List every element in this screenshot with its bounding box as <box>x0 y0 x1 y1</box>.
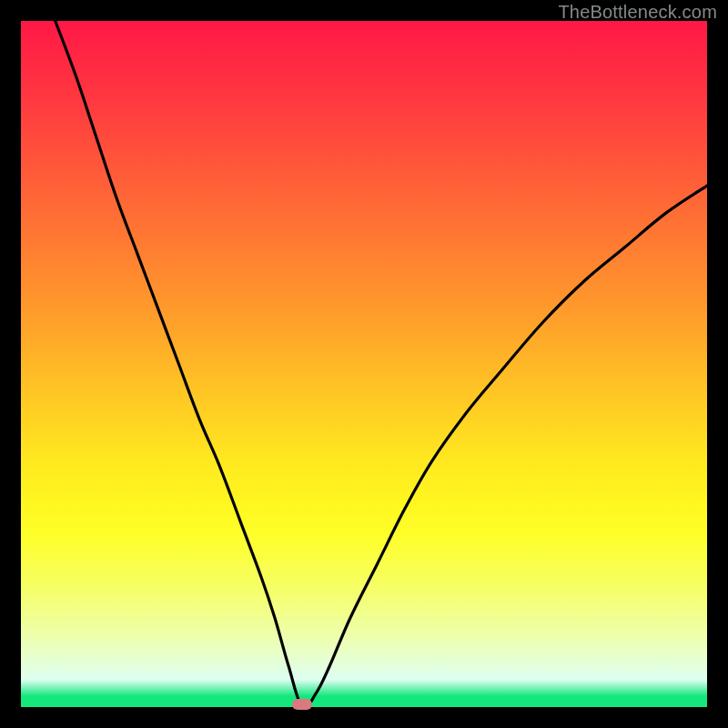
bottleneck-curve <box>21 21 707 707</box>
minimum-marker <box>292 699 312 710</box>
chart-frame: TheBottleneck.com <box>0 0 728 728</box>
watermark-text: TheBottleneck.com <box>558 2 717 23</box>
plot-area <box>21 21 707 707</box>
